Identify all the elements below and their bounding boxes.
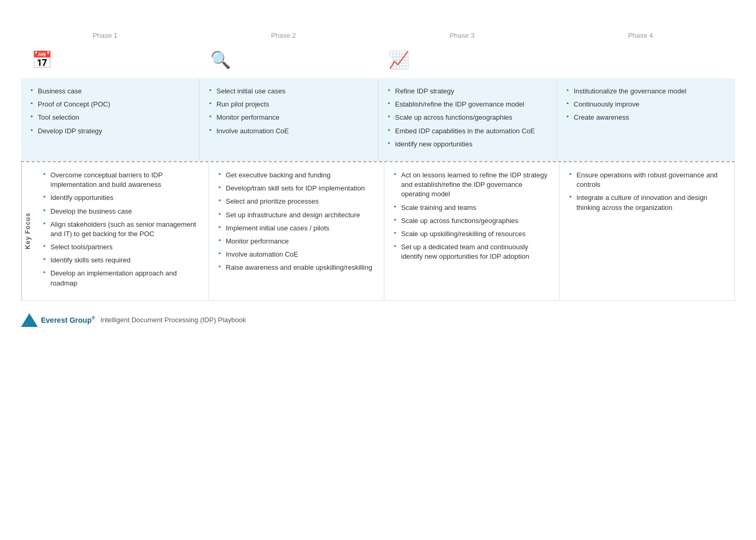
- phase-title-phase-1: Planning: [59, 54, 103, 66]
- phase-wrapper-phase-3: Phase 3📈Scaling up: [378, 31, 556, 78]
- list-item: Ensure operations with robust governance…: [569, 171, 725, 189]
- list-item: Act on lessons learned to refine the IDP…: [394, 171, 550, 199]
- footer-subtitle: Intelligent Document Processing (IDP) Pl…: [100, 316, 246, 324]
- list-item: Set up infrastructure and design archite…: [218, 210, 374, 220]
- list-item: Identify opportunities: [43, 193, 199, 203]
- phases-arrows-row: Phase 1📅PlanningPhase 2🔍PilotingPhase 3📈…: [21, 31, 735, 78]
- phase-label-phase-4: Phase 4: [556, 31, 735, 39]
- list-item: Refine IDP strategy: [388, 87, 547, 96]
- list-item: Select tools/partners: [43, 242, 199, 252]
- list-item: Involve automation CoE: [218, 250, 374, 259]
- list-item: Scale up across functions/geographies: [388, 113, 547, 122]
- list-item: Establish/refine the IDP governance mode…: [388, 100, 547, 109]
- phase-label-phase-3: Phase 3: [378, 31, 556, 39]
- list-item: Scale up upskilling/reskilling of resour…: [394, 229, 550, 239]
- list-item: Develop/train skill sets for IDP impleme…: [218, 184, 374, 193]
- lower-section-phase-1: Overcome conceptual barriers to IDP impl…: [34, 162, 209, 300]
- phase-label-phase-2: Phase 2: [200, 31, 378, 39]
- list-item: Select initial use cases: [209, 87, 368, 96]
- list-item: Develop the business case: [43, 207, 199, 216]
- phase-icon-phase-3: 📈: [388, 51, 410, 68]
- arrow-body-phase-2: 🔍Piloting: [200, 41, 378, 78]
- footer: Everest Group® Intelligent Document Proc…: [21, 313, 735, 327]
- logo-triangle-icon: [21, 313, 38, 327]
- list-item: Identify skills sets required: [43, 256, 199, 265]
- list-item: Select and prioritize processes: [218, 197, 374, 206]
- list-item: Overcome conceptual barriers to IDP impl…: [43, 171, 199, 189]
- list-item: Set up a dedicated team and continuously…: [394, 242, 550, 261]
- list-item: Align stakeholders (such as senior manag…: [43, 220, 199, 239]
- logo-text: Everest Group®: [41, 315, 95, 324]
- lower-content-wrapper: Key Focus Overcome conceptual barriers t…: [21, 161, 735, 301]
- list-item: Monitor performance: [209, 113, 368, 122]
- upper-content-row: Business caseProof of Concept (POC)Tool …: [21, 78, 735, 161]
- arrow-body-phase-1: 📅Planning: [21, 41, 200, 78]
- list-item: Proof of Concept (POC): [30, 100, 190, 109]
- phase-label-phase-1: Phase 1: [21, 31, 200, 39]
- phase-wrapper-phase-4: Phase 4➡Steady-state: [556, 31, 735, 78]
- upper-section-phase-2: Select initial use casesRun pilot projec…: [200, 78, 378, 161]
- list-item: Monitor performance: [218, 237, 374, 246]
- list-item: Involve automation CoE: [209, 126, 368, 136]
- list-item: Business case: [30, 87, 190, 96]
- phase-icon-phase-2: 🔍: [210, 51, 231, 68]
- list-item: Embed IDP capabilities in the automation…: [388, 126, 547, 136]
- phase-title-phase-4: Steady-state: [587, 54, 650, 66]
- list-item: Identify new opportunities: [388, 140, 547, 149]
- list-item: Tool selection: [30, 113, 190, 122]
- arrow-body-phase-4: ➡Steady-state: [556, 41, 735, 78]
- phase-title-phase-3: Scaling up: [416, 54, 469, 66]
- list-item: Run pilot projects: [209, 100, 368, 109]
- list-item: Scale training and teams: [394, 203, 550, 213]
- list-item: Integrate a culture of innovation and de…: [569, 193, 725, 212]
- list-item: Institutionalize the governance model: [566, 87, 726, 96]
- list-item: Implement initial use cases / pilots: [218, 224, 374, 233]
- upper-section-phase-3: Refine IDP strategyEstablish/refine the …: [379, 78, 557, 161]
- list-item: Get executive backing and funding: [218, 171, 374, 180]
- lower-sections: Overcome conceptual barriers to IDP impl…: [34, 162, 734, 300]
- phase-icon-phase-4: ➡: [567, 51, 581, 68]
- arrow-body-phase-3: 📈Scaling up: [378, 41, 556, 78]
- logo-superscript: ®: [91, 315, 95, 321]
- upper-section-phase-4: Institutionalize the governance modelCon…: [557, 78, 735, 161]
- lower-section-phase-4: Ensure operations with robust governance…: [560, 162, 734, 300]
- list-item: Continuously improve: [566, 100, 726, 109]
- phase-icon-phase-1: 📅: [32, 51, 52, 68]
- list-item: Create awareness: [566, 113, 726, 122]
- list-item: Develop IDP strategy: [30, 126, 190, 136]
- footer-logo: Everest Group®: [21, 313, 95, 327]
- phase-title-phase-2: Piloting: [237, 54, 276, 66]
- list-item: Develop an implementation approach and r…: [43, 269, 199, 288]
- key-focus-label: Key Focus: [22, 162, 34, 300]
- list-item: Raise awareness and enable upskilling/re…: [218, 263, 374, 272]
- lower-section-phase-3: Act on lessons learned to refine the IDP…: [384, 162, 560, 300]
- upper-section-phase-1: Business caseProof of Concept (POC)Tool …: [21, 78, 200, 161]
- phase-wrapper-phase-2: Phase 2🔍Piloting: [200, 31, 378, 78]
- lower-section-phase-2: Get executive backing and fundingDevelop…: [209, 162, 384, 300]
- list-item: Scale up across functions/geographies: [394, 216, 550, 226]
- phase-wrapper-phase-1: Phase 1📅Planning: [21, 31, 200, 78]
